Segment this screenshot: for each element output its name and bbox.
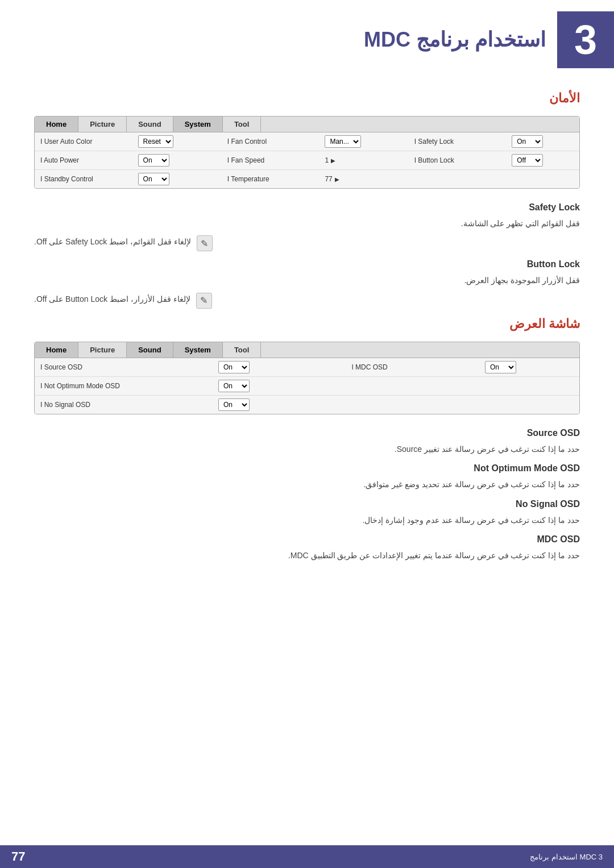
- label-source-osd: I Source OSD: [35, 358, 213, 377]
- button-lock-note: ✎ لإلغاء قفل الأزرار، اضبط Button Lock ع…: [34, 293, 580, 309]
- value-mdc-osd: On Off: [479, 358, 579, 377]
- panel-content-2: I Source OSD On Off I MDC OSD On Off: [35, 358, 579, 414]
- select-mdc-osd[interactable]: On Off: [485, 361, 516, 373]
- safety-lock-note: ✎ لإلغاء قفل القوائم، اضبط Safety Lock ع…: [34, 235, 580, 251]
- mdc-osd-desc: حدد ما إذا كنت ترغب في عرض رسالة عندما ي…: [34, 549, 580, 562]
- page-header: استخدام برنامج MDC 3: [0, 0, 614, 68]
- main-content: الأمان Home Picture Sound System Tool I …: [0, 74, 614, 601]
- value-reset: Reset: [132, 132, 206, 151]
- select-auto-power[interactable]: On Off: [138, 154, 169, 167]
- section2-heading: شاشة العرض: [34, 317, 580, 331]
- tab-tool-1[interactable]: Tool: [223, 117, 261, 132]
- table-row: I Standby Control On Off I Temperature 7…: [35, 170, 579, 189]
- table-row: I Source OSD On Off I MDC OSD On Off: [35, 358, 579, 377]
- safety-lock-note-text: لإلغاء قفل القوائم، اضبط Safety Lock على…: [34, 235, 191, 248]
- source-osd-heading: Source OSD: [34, 428, 580, 438]
- button-lock-desc: قفل الأزرار الموجودة بجهاز العرض.: [34, 274, 580, 286]
- label-auto-power: I Auto Power: [35, 151, 132, 170]
- button-lock-note-text: لإلغاء قفل الأزرار، اضبط Button Lock على…: [34, 293, 190, 305]
- label-temperature: I Temperature: [222, 170, 320, 189]
- tab-bar-2: Home Picture Sound System Tool: [35, 342, 579, 358]
- select-safety-lock[interactable]: On Off: [512, 135, 543, 148]
- label-safety-lock: I Safety Lock: [409, 132, 507, 151]
- tab-system-1[interactable]: System: [173, 117, 223, 132]
- safety-lock-desc: قفل القوائم التي تظهر على الشاشة.: [34, 217, 580, 230]
- select-not-optimum-osd[interactable]: On Off: [218, 380, 250, 392]
- panel-content-1: I User Auto Color Reset I Fan Control Ma…: [35, 132, 579, 188]
- panel-table-1: I User Auto Color Reset I Fan Control Ma…: [35, 132, 579, 188]
- value-fan-control: Man...: [319, 132, 392, 151]
- select-button-lock[interactable]: Off On: [512, 154, 543, 167]
- label-not-optimum-osd: I Not Optimum Mode OSD: [35, 376, 213, 395]
- button-lock-heading: Button Lock: [34, 259, 580, 269]
- label-fan-speed: I Fan Speed: [222, 151, 320, 170]
- tab-home-2[interactable]: Home: [35, 342, 78, 358]
- value-standby-control: On Off: [132, 170, 206, 189]
- table-row: I User Auto Color Reset I Fan Control Ma…: [35, 132, 579, 151]
- value-source-osd: On Off: [213, 358, 313, 377]
- label-button-lock: I Button Lock: [409, 151, 507, 170]
- footer-page-number: 77: [11, 849, 25, 864]
- chapter-title: استخدام برنامج MDC: [364, 28, 557, 52]
- table-row: I Auto Power On Off I Fan Speed 1 ▶ I Bu…: [35, 151, 579, 170]
- tab-picture-2[interactable]: Picture: [78, 342, 127, 358]
- no-signal-osd-desc: حدد ما إذا كنت ترغب في عرض رسالة عند عدم…: [34, 514, 580, 526]
- chapter-number: 3: [557, 11, 614, 68]
- label-fan-control: I Fan Control: [222, 132, 320, 151]
- no-signal-osd-heading: No Signal OSD: [34, 499, 580, 509]
- section1-heading: الأمان: [34, 91, 580, 106]
- value-button-lock: Off On: [506, 151, 579, 170]
- panel-table-2: I Source OSD On Off I MDC OSD On Off: [35, 358, 579, 414]
- value-not-optimum-osd: On Off: [213, 376, 313, 395]
- value-fan-speed: 1 ▶: [319, 151, 392, 170]
- mdc-osd-heading: MDC OSD: [34, 534, 580, 545]
- value-temperature: 77 ▶: [319, 170, 392, 189]
- not-optimum-osd-desc: حدد ما إذا كنت ترغب في عرض رسالة عند تحد…: [34, 478, 580, 491]
- page-footer: 77 استخدام برنامج MDC 3: [0, 845, 614, 868]
- tab-sound-1[interactable]: Sound: [127, 117, 173, 132]
- tab-system-2[interactable]: System: [173, 342, 223, 358]
- note-icon-safety: ✎: [197, 235, 213, 251]
- table-row: I No Signal OSD On Off: [35, 395, 579, 414]
- tab-picture-1[interactable]: Picture: [78, 117, 127, 132]
- select-fan-control[interactable]: Man...: [325, 135, 361, 148]
- safety-lock-heading: Safety Lock: [34, 202, 580, 213]
- footer-text: استخدام برنامج MDC 3: [530, 853, 603, 861]
- source-osd-desc: حدد ما إذا كنت ترغب في عرض رسالة عند تغي…: [34, 443, 580, 455]
- tab-panel-1: Home Picture Sound System Tool I User Au…: [34, 116, 580, 189]
- tab-panel-2: Home Picture Sound System Tool I Source …: [34, 342, 580, 414]
- label-user-auto-color: I User Auto Color: [35, 132, 132, 151]
- select-standby-control[interactable]: On Off: [138, 173, 169, 185]
- label-standby-control: I Standby Control: [35, 170, 132, 189]
- value-safety-lock: On Off: [506, 132, 579, 151]
- tab-tool-2[interactable]: Tool: [223, 342, 261, 358]
- label-mdc-osd: I MDC OSD: [346, 358, 479, 377]
- label-no-signal-osd: I No Signal OSD: [35, 395, 213, 414]
- select-no-signal-osd[interactable]: On Off: [218, 398, 250, 411]
- tab-sound-2[interactable]: Sound: [127, 342, 173, 358]
- select-user-auto-color[interactable]: Reset: [138, 135, 173, 148]
- table-row: I Not Optimum Mode OSD On Off: [35, 376, 579, 395]
- not-optimum-osd-heading: Not Optimum Mode OSD: [34, 463, 580, 474]
- note-icon-button: ✎: [196, 293, 212, 309]
- tab-home-1[interactable]: Home: [35, 117, 78, 132]
- chapter-title-area: استخدام برنامج MDC 3: [364, 11, 614, 68]
- value-no-signal-osd: On Off: [213, 395, 313, 414]
- value-auto-power: On Off: [132, 151, 206, 170]
- tab-bar-1: Home Picture Sound System Tool: [35, 117, 579, 132]
- select-source-osd[interactable]: On Off: [218, 361, 250, 373]
